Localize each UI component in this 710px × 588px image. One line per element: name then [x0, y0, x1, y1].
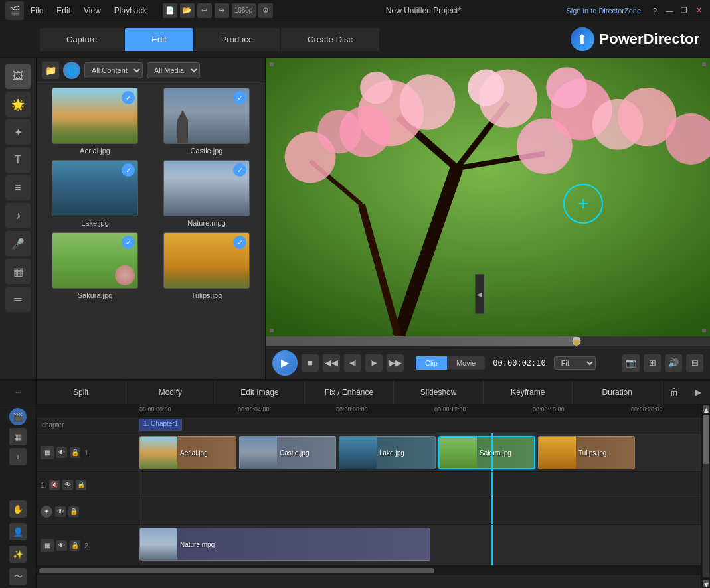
preview-scrubber[interactable]: [266, 336, 710, 346]
track-2v-num: 2.: [84, 542, 90, 550]
clip-tab[interactable]: Clip: [416, 356, 447, 370]
media-item-nature[interactable]: ✓ Nature.mpg: [153, 160, 260, 227]
sidebar-captions-btn[interactable]: ═: [5, 287, 31, 312]
timeline-scrollbar[interactable]: [37, 566, 701, 575]
picture-tool-btn[interactable]: 👤: [9, 523, 27, 540]
undo-icon[interactable]: ↩: [197, 3, 212, 18]
track-fx-eye-icon[interactable]: 👁: [55, 506, 66, 517]
menu-file[interactable]: File: [28, 5, 46, 17]
timeline-media-btn[interactable]: 🎬: [9, 408, 27, 425]
media-item-lake[interactable]: ✓ Lake.jpg: [42, 160, 148, 227]
modify-btn[interactable]: Modify: [126, 381, 216, 404]
close-btn[interactable]: ✕: [693, 5, 705, 17]
track-fx-lock-icon[interactable]: 🔒: [68, 506, 79, 517]
sidebar-menu-btn[interactable]: ▦: [5, 259, 31, 284]
track-2v-eye-icon[interactable]: 👁: [56, 540, 67, 551]
check-nature: ✓: [233, 163, 246, 177]
stop-btn[interactable]: ■: [302, 354, 319, 372]
help-btn[interactable]: ?: [649, 5, 661, 17]
track-1-eye-icon[interactable]: 👁: [56, 447, 67, 458]
media-item-castle[interactable]: ✓ Castle.jpg: [153, 88, 260, 155]
timeline-add-track-btn[interactable]: +: [9, 448, 27, 465]
sidebar-subtitle-btn[interactable]: ≡: [5, 175, 31, 200]
import-folder-btn[interactable]: 📁: [42, 62, 59, 79]
signin-link[interactable]: Sign in to DirectorZone: [567, 7, 642, 15]
preview-panel: + ▶ ■ ◀◀ ◀| |▶ ▶▶: [266, 58, 710, 379]
chapter-label: chapter: [42, 421, 64, 429]
play-button[interactable]: ▶: [272, 350, 298, 376]
media-item-sakura[interactable]: ✓ Sakura.jpg: [42, 232, 148, 299]
slideshow-btn[interactable]: Slideshow: [394, 381, 484, 404]
clip-aerial[interactable]: Aerial.jpg: [139, 436, 236, 469]
clip-tulips[interactable]: Tulips.jpg: [538, 436, 635, 469]
restore-btn[interactable]: ❐: [678, 5, 690, 17]
clip-nature-label: Nature.mpg: [177, 541, 215, 548]
track-fx-label: ✦ 👁 🔒: [37, 498, 139, 524]
hand-tool-btn[interactable]: ✋: [9, 500, 27, 518]
sidebar-media-btn[interactable]: 🖼: [5, 64, 31, 89]
timeline-video-track-btn[interactable]: ▦: [9, 428, 27, 445]
panel-collapse-btn[interactable]: ◀: [475, 274, 484, 314]
edit-image-btn[interactable]: Edit Image: [215, 381, 305, 404]
scroll-down-btn[interactable]: ▼: [703, 580, 709, 587]
timeline-scrollbar-thumb[interactable]: [39, 568, 434, 573]
menu-edit[interactable]: Edit: [54, 5, 73, 17]
track-1-lock-icon[interactable]: 🔒: [70, 447, 80, 458]
clip-nature[interactable]: Nature.mpg: [139, 528, 430, 561]
tab-create-disc[interactable]: Create Disc: [281, 28, 379, 51]
svg-point-15: [400, 74, 456, 130]
sidebar-voice-btn[interactable]: 🎤: [5, 231, 31, 256]
playhead-line-2: [491, 472, 493, 498]
fit-dropdown[interactable]: Fit 100% 75%: [554, 356, 596, 370]
resize-btn[interactable]: ⊞: [644, 354, 661, 372]
nav-tabs: Capture Edit Produce Create Disc: [40, 28, 571, 51]
sidebar-music-btn[interactable]: ♪: [5, 203, 31, 228]
sidebar-room1-btn[interactable]: 🌟: [5, 92, 31, 117]
content-filter-dropdown[interactable]: All Content: [84, 62, 143, 78]
step-fwd-btn[interactable]: |▶: [365, 354, 383, 372]
track-2v-lock-icon[interactable]: 🔒: [70, 540, 80, 551]
clip-castle[interactable]: Castle.jpg: [239, 436, 336, 469]
menu-view[interactable]: View: [81, 5, 104, 17]
sidebar-text-btn[interactable]: T: [5, 147, 31, 173]
prev-frame-btn[interactable]: ◀◀: [323, 354, 340, 372]
media-toolbar: 📁 🌐 All Content All Media: [37, 58, 265, 82]
tab-capture[interactable]: Capture: [40, 28, 124, 51]
keyframe-btn[interactable]: Keyframe: [484, 381, 573, 404]
expand-btn[interactable]: ▶: [686, 381, 710, 404]
volume-btn[interactable]: 🔊: [665, 354, 682, 372]
track-2-lock-icon[interactable]: 🔒: [76, 480, 86, 490]
tab-produce[interactable]: Produce: [195, 28, 280, 51]
settings-icon[interactable]: ⚙: [258, 3, 273, 18]
movie-tab[interactable]: Movie: [447, 356, 485, 370]
sidebar-effects-btn[interactable]: ✦: [5, 119, 31, 145]
open-icon[interactable]: 📂: [180, 3, 195, 18]
clip-sakura[interactable]: Sakura.jpg: [438, 436, 535, 469]
clip-lake[interactable]: Lake.jpg: [339, 436, 436, 469]
top-area: 🖼 🌟 ✦ T ≡ ♪ 🎤 ▦ ═ 📁 🌐 All Content All Me…: [0, 58, 710, 379]
track-2-mute-icon[interactable]: 🔇: [49, 480, 60, 490]
next-frame-btn[interactable]: ▶▶: [387, 354, 404, 372]
import-web-btn[interactable]: 🌐: [63, 62, 80, 79]
media-item-aerial[interactable]: ✓ Aerial.jpg: [42, 88, 148, 155]
tab-edit[interactable]: Edit: [125, 28, 193, 51]
duration-btn[interactable]: Duration: [573, 381, 662, 404]
media-type-dropdown[interactable]: All Media: [147, 62, 200, 78]
split-btn[interactable]: Split: [37, 381, 126, 404]
more-btn[interactable]: ⊟: [686, 354, 703, 372]
snapshot-btn[interactable]: 📷: [622, 354, 640, 372]
new-project-icon[interactable]: 📄: [163, 3, 177, 18]
scroll-up-btn[interactable]: ▲: [703, 405, 709, 412]
resolution-icon[interactable]: 1080p: [232, 3, 256, 18]
track-2-eye-icon[interactable]: 👁: [62, 480, 73, 490]
magic-tool-btn[interactable]: ✨: [9, 546, 27, 563]
scroll-thumb[interactable]: [703, 415, 709, 464]
redo-icon[interactable]: ↪: [215, 3, 229, 18]
fix-enhance-btn[interactable]: Fix / Enhance: [305, 381, 395, 404]
menu-playback[interactable]: Playback: [112, 5, 149, 17]
step-back-btn[interactable]: ◀|: [344, 354, 361, 372]
delete-btn[interactable]: 🗑: [662, 381, 686, 404]
curve-tool-btn[interactable]: 〜: [9, 568, 27, 585]
media-item-tulips[interactable]: ✓ Tulips.jpg: [153, 232, 260, 299]
minimize-btn[interactable]: —: [664, 5, 675, 17]
